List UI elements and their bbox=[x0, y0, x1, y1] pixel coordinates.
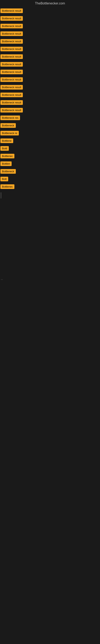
result-row-22: Bottleneck bbox=[0, 168, 100, 175]
bottleneck-badge-17[interactable]: Bottleneck re bbox=[0, 131, 19, 136]
bottleneck-badge-19[interactable]: Bottl bbox=[0, 146, 9, 151]
bottleneck-badge-15[interactable]: Bottleneck res bbox=[0, 116, 20, 120]
result-row-19: Bottl bbox=[0, 144, 100, 152]
result-row-1: Bottleneck result bbox=[0, 7, 100, 14]
bottleneck-badge-14[interactable]: Bottleneck result bbox=[0, 108, 23, 112]
vertical-line bbox=[1, 192, 1, 198]
ellipsis-row: ... bbox=[0, 275, 100, 282]
result-row-6: Bottleneck result bbox=[0, 45, 100, 53]
bottleneck-badge-3[interactable]: Bottleneck result bbox=[0, 24, 23, 28]
bottleneck-badge-20[interactable]: Bottlenec bbox=[0, 154, 14, 158]
result-row-8: Bottleneck result bbox=[0, 60, 100, 68]
result-row-24: Bottlenec bbox=[0, 183, 100, 190]
result-row-4: Bottleneck result bbox=[0, 30, 100, 38]
results-container: Bottleneck resultBottleneck resultBottle… bbox=[0, 7, 100, 383]
result-row-11: Bottleneck result bbox=[0, 83, 100, 91]
result-row-14: Bottleneck result bbox=[0, 106, 100, 114]
bottleneck-badge-21[interactable]: Bottlen bbox=[0, 162, 12, 166]
result-row-21: Bottlen bbox=[0, 160, 100, 168]
bottleneck-badge-13[interactable]: Bottleneck result bbox=[0, 100, 23, 105]
bottleneck-badge-11[interactable]: Bottleneck result bbox=[0, 85, 23, 90]
result-row-18: Bottlene bbox=[0, 137, 100, 144]
bottleneck-badge-24[interactable]: Bottlenec bbox=[0, 184, 14, 189]
bottleneck-badge-9[interactable]: Bottleneck result bbox=[0, 70, 23, 74]
bottleneck-badge-22[interactable]: Bottleneck bbox=[0, 169, 16, 174]
bottleneck-badge-18[interactable]: Bottlene bbox=[0, 138, 13, 143]
result-row-15: Bottleneck res bbox=[0, 114, 100, 122]
bottleneck-badge-7[interactable]: Bottleneck result bbox=[0, 54, 23, 59]
bottleneck-badge-8[interactable]: Bottleneck result bbox=[0, 62, 23, 66]
bottleneck-badge-5[interactable]: Bottleneck result bbox=[0, 39, 23, 44]
result-row-10: Bottleneck result bbox=[0, 76, 100, 83]
result-row-12: Bottleneck result bbox=[0, 91, 100, 98]
bottleneck-badge-12[interactable]: Bottleneck result bbox=[0, 92, 23, 97]
bottleneck-badge-10[interactable]: Bottleneck result bbox=[0, 77, 23, 82]
bottleneck-badge-23[interactable]: Bott bbox=[0, 177, 8, 181]
result-row-23: Bott bbox=[0, 175, 100, 183]
result-row-2: Bottleneck result bbox=[0, 14, 100, 22]
bottleneck-badge-6[interactable]: Bottleneck result bbox=[0, 47, 23, 51]
site-title: TheBottlenecker.com bbox=[0, 0, 100, 7]
result-row-7: Bottleneck result bbox=[0, 53, 100, 60]
site-header: TheBottlenecker.com bbox=[0, 0, 100, 7]
result-row-16: Bottleneck bbox=[0, 122, 100, 129]
spacer-2 bbox=[0, 282, 100, 383]
result-row-13: Bottleneck result bbox=[0, 98, 100, 106]
result-row-5: Bottleneck result bbox=[0, 38, 100, 45]
vertical-line-section bbox=[0, 190, 100, 214]
bottleneck-badge-2[interactable]: Bottleneck result bbox=[0, 16, 23, 21]
result-row-20: Bottlenec bbox=[0, 152, 100, 160]
bottleneck-badge-16[interactable]: Bottleneck bbox=[0, 123, 16, 128]
bottleneck-badge-4[interactable]: Bottleneck result bbox=[0, 32, 23, 36]
bottleneck-badge-1[interactable]: Bottleneck result bbox=[0, 8, 23, 13]
result-row-9: Bottleneck result bbox=[0, 68, 100, 76]
result-row-3: Bottleneck result bbox=[0, 22, 100, 30]
spacer-1 bbox=[0, 214, 100, 275]
ellipsis-text: ... bbox=[1, 277, 3, 280]
result-row-17: Bottleneck re bbox=[0, 129, 100, 137]
